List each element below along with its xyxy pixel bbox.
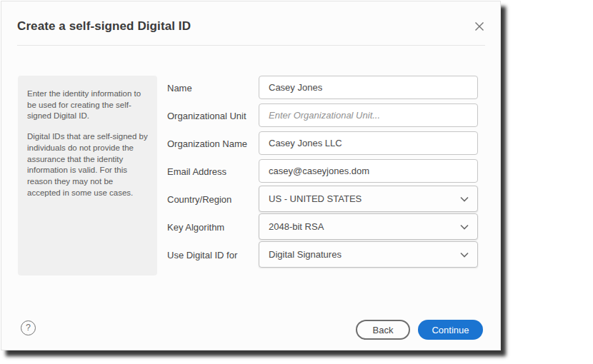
chevron-down-icon	[460, 196, 469, 202]
country-region-select[interactable]: US - UNITED STATES	[259, 186, 478, 212]
key-algorithm-label: Key Algorithm	[167, 221, 224, 232]
use-digital-id-for-select[interactable]: Digital Signatures	[259, 241, 478, 268]
close-button[interactable]	[470, 17, 489, 36]
use-digital-id-for-value: Digital Signatures	[269, 249, 342, 260]
form-row-key-algorithm: Key Algorithm 2048-bit RSA	[1, 213, 502, 240]
email-address-input[interactable]	[259, 159, 478, 183]
create-digital-id-dialog: Create a self-signed Digital ID Enter th…	[1, 1, 501, 350]
organizational-unit-label: Organizational Unit	[167, 110, 246, 121]
screen: Create a self-signed Digital ID Enter th…	[0, 0, 593, 364]
organizational-unit-input[interactable]	[259, 103, 478, 127]
help-icon: ?	[26, 323, 31, 333]
key-algorithm-select[interactable]: 2048-bit RSA	[259, 213, 478, 240]
help-button[interactable]: ?	[21, 320, 36, 335]
dialog-title: Create a self-signed Digital ID	[17, 19, 191, 34]
organization-name-input[interactable]	[259, 131, 478, 155]
form-row-email-address: Email Address	[1, 159, 502, 183]
organization-name-label: Organization Name	[167, 138, 247, 148]
name-label: Name	[167, 82, 192, 93]
chevron-down-icon	[460, 224, 469, 230]
continue-button[interactable]: Continue	[418, 320, 483, 340]
name-input[interactable]	[259, 76, 478, 99]
form-row-name: Name	[1, 76, 502, 99]
chevron-down-icon	[460, 252, 469, 258]
country-region-label: Country/Region	[167, 193, 231, 204]
back-button[interactable]: Back	[356, 320, 410, 340]
form-row-country-region: Country/Region US - UNITED STATES	[1, 186, 502, 212]
title-divider	[17, 45, 485, 46]
key-algorithm-value: 2048-bit RSA	[269, 221, 324, 232]
form-row-organization-name: Organization Name	[1, 131, 502, 155]
close-icon	[474, 21, 484, 31]
use-digital-id-for-label: Use Digital ID for	[167, 249, 237, 260]
email-address-label: Email Address	[167, 166, 226, 176]
form-row-organizational-unit: Organizational Unit	[1, 103, 502, 127]
form-row-use-digital-id-for: Use Digital ID for Digital Signatures	[1, 241, 502, 268]
country-region-value: US - UNITED STATES	[269, 193, 362, 204]
